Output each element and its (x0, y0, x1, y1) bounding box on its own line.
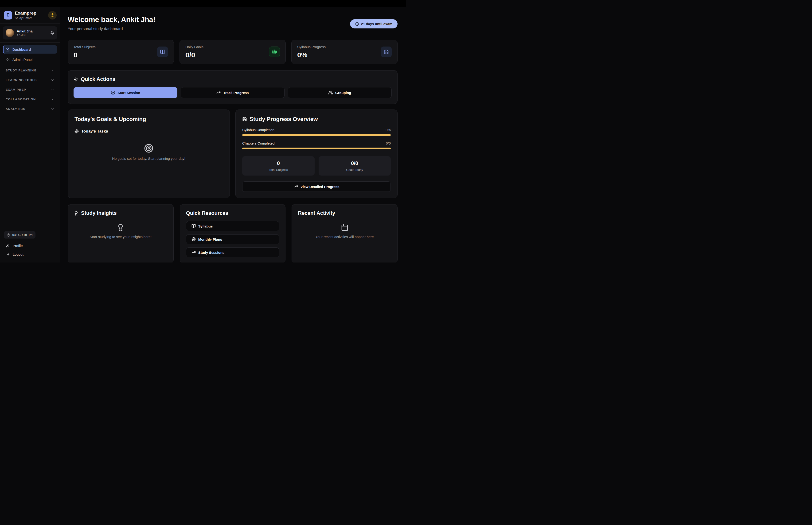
trending-up-icon (294, 184, 298, 189)
save-icon (381, 46, 392, 57)
page-header: Welcome back, Ankit Jha! Your personal s… (68, 15, 398, 31)
sidebar-item-dashboard[interactable]: Dashboard (3, 45, 57, 54)
stats-row: Total Subjects 0 Daily Goals 0/0 Sylla (68, 40, 398, 64)
progress-bar (242, 148, 391, 149)
button-label: Syllabus (198, 224, 213, 228)
study-progress-panel: Study Progress Overview Syllabus Complet… (235, 109, 398, 198)
view-detailed-progress-button[interactable]: View Detailed Progress (242, 181, 391, 192)
quick-actions-title: Quick Actions (74, 76, 392, 82)
bottom-row: Study Insights Start studying to see you… (68, 204, 398, 262)
syllabus-resource-button[interactable]: Syllabus (186, 221, 279, 231)
recent-activity-heading: Recent Activity (298, 210, 335, 216)
activity-empty-state: Your recent activities will appear here (298, 224, 391, 239)
sun-icon (50, 13, 55, 17)
progress-stat-boxes: 0 Total Subjects 0/0 Goals Today (242, 156, 391, 176)
quick-resources-panel: Quick Resources Syllabus Monthly Plans (180, 204, 286, 262)
progress-bar-fill (242, 134, 391, 136)
target-icon (191, 237, 196, 241)
app-logo: E (4, 11, 12, 19)
exam-countdown-badge[interactable]: 21 days until exam (350, 19, 398, 28)
profile-label: Profile (13, 244, 23, 248)
calendar-icon (341, 224, 349, 231)
exam-countdown-label: 21 days until exam (361, 22, 393, 26)
track-progress-button[interactable]: Track Progress (181, 87, 285, 98)
profile-button[interactable]: Profile (4, 241, 56, 250)
todays-goals-title: Today's Goals & Upcoming (75, 116, 223, 122)
user-card-wrap: Ankit Jha ADMIN (0, 24, 60, 43)
page-header-text: Welcome back, Ankit Jha! Your personal s… (68, 15, 155, 31)
goals-empty-message: No goals set for today. Start planning y… (112, 156, 185, 161)
button-label: Start Session (118, 91, 140, 95)
insights-empty-message: Start studying to see your insights here… (90, 235, 152, 239)
recent-activity-panel: Recent Activity Your recent activities w… (292, 204, 398, 262)
sidebar-item-label: Admin Panel (13, 58, 32, 62)
play-circle-icon (111, 90, 115, 95)
progress-label: Syllabus Completion (242, 128, 274, 132)
start-session-button[interactable]: Start Session (74, 87, 178, 98)
sidebar-section-collaboration[interactable]: COLLABORATION (3, 94, 57, 104)
theme-toggle-button[interactable] (48, 11, 57, 19)
tasks-heading-label: Today's Tasks (81, 129, 108, 134)
progress-bar (242, 134, 391, 136)
user-icon (6, 244, 10, 248)
progress-stat-total-subjects: 0 Total Subjects (242, 156, 315, 176)
study-sessions-resource-button[interactable]: Study Sessions (186, 247, 279, 257)
page-title: Welcome back, Ankit Jha! (68, 15, 155, 24)
sidebar-footer: 04:42:10 PM Profile Logout (0, 227, 60, 262)
user-role-badge: ADMIN (17, 34, 33, 37)
sidebar-section-study-planning[interactable]: STUDY PLANNING (3, 65, 57, 75)
stat-value: 0/0 (321, 160, 388, 166)
button-label: Monthly Plans (198, 237, 222, 241)
logout-button[interactable]: Logout (4, 250, 56, 259)
top-strip (0, 0, 406, 7)
layout-grid-icon (6, 58, 10, 62)
book-open-icon (191, 224, 196, 228)
section-label: LEARNING TOOLS (6, 78, 37, 82)
users-icon (328, 90, 333, 95)
button-label: View Detailed Progress (301, 185, 339, 189)
sidebar-item-admin-panel[interactable]: Admin Panel (3, 56, 57, 64)
stat-label: Total Subjects (245, 168, 312, 171)
stat-value: 0% (297, 51, 326, 59)
user-card[interactable]: Ankit Jha ADMIN (3, 26, 57, 40)
quick-actions-heading: Quick Actions (81, 76, 116, 82)
bell-icon (50, 31, 54, 35)
progress-label: Chapters Completed (242, 141, 275, 145)
user-info: Ankit Jha ADMIN (17, 29, 33, 37)
target-icon (75, 129, 79, 134)
grouping-button[interactable]: Grouping (288, 87, 392, 98)
stat-value: 0 (74, 51, 95, 59)
clock-icon (355, 22, 359, 26)
sidebar-section-learning-tools[interactable]: LEARNING TOOLS (3, 75, 57, 85)
book-open-icon (157, 46, 168, 57)
award-icon (74, 211, 78, 215)
progress-value: 0% (386, 128, 391, 132)
quick-resources-list: Syllabus Monthly Plans Study Sessions (186, 221, 279, 257)
notifications-button[interactable] (50, 31, 54, 35)
stat-text: Total Subjects 0 (74, 45, 95, 59)
app-title: Examprep (15, 11, 36, 16)
stat-card-syllabus-progress: Syllabus Progress 0% (291, 40, 398, 64)
stat-value: 0/0 (185, 51, 203, 59)
study-progress-title: Study Progress Overview (242, 116, 391, 122)
button-label: Study Sessions (198, 251, 225, 255)
monthly-plans-resource-button[interactable]: Monthly Plans (186, 234, 279, 244)
todays-tasks-heading: Today's Tasks (75, 129, 223, 134)
sidebar: E Examprep Study Smart Ankit Jha ADMIN (0, 7, 60, 262)
sidebar-nav: Dashboard Admin Panel STUDY PLANNING LEA… (0, 43, 60, 114)
page-subtitle: Your personal study dashboard (68, 27, 155, 31)
quick-actions-panel: Quick Actions Start Session Track Progre… (68, 70, 398, 104)
progress-row-syllabus: Syllabus Completion 0% (242, 128, 391, 136)
stat-text: Syllabus Progress 0% (297, 45, 326, 59)
stat-card-total-subjects: Total Subjects 0 (68, 40, 174, 64)
progress-stat-goals-today: 0/0 Goals Today (319, 156, 391, 176)
logout-icon (6, 252, 10, 256)
quick-resources-heading: Quick Resources (186, 210, 228, 216)
award-icon (117, 224, 124, 231)
avatar (6, 29, 14, 37)
app-name-block: Examprep Study Smart (15, 11, 36, 20)
sidebar-section-exam-prep[interactable]: EXAM PREP (3, 85, 57, 94)
stat-label: Goals Today (321, 168, 388, 171)
logout-label: Logout (13, 252, 24, 256)
sidebar-section-analytics[interactable]: ANALYTICS (3, 104, 57, 114)
